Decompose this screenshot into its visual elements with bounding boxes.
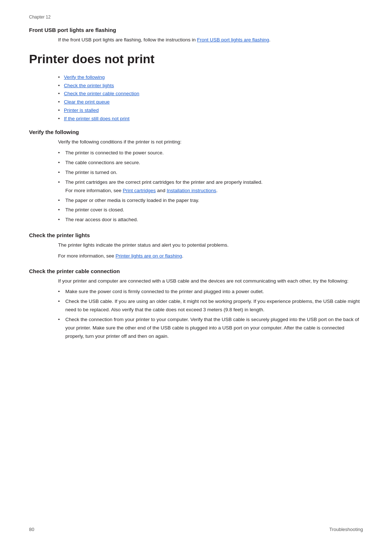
verify-bullet-3: The printer is turned on. xyxy=(58,169,363,177)
toc-item-6: If the printer still does not print xyxy=(58,115,363,123)
cable-bullets: Make sure the power cord is firmly conne… xyxy=(58,288,363,341)
verify-bullet-5: The paper or other media is correctly lo… xyxy=(58,196,363,205)
cartridge-info-mid: and xyxy=(156,188,167,193)
verify-bullet-7: The rear access door is attached. xyxy=(58,216,363,224)
toc-link-1[interactable]: Verify the following xyxy=(64,74,105,80)
footer-page-number: 80 xyxy=(29,527,34,532)
cable-bullet-3: Check the connection from your printer t… xyxy=(58,316,363,341)
verify-bullets-1: The printer is connected to the power so… xyxy=(58,149,363,224)
print-cartridges-link[interactable]: Print cartridges xyxy=(123,188,156,193)
verify-bullet-1: The printer is connected to the power so… xyxy=(58,149,363,157)
cartridge-info-end: . xyxy=(216,188,218,193)
verify-intro: Verify the following conditions if the p… xyxy=(58,138,363,146)
toc-item-1: Verify the following xyxy=(58,73,363,82)
main-heading: Printer does not print xyxy=(29,52,363,66)
toc-item-2: Check the printer lights xyxy=(58,82,363,90)
verify-heading: Verify the following xyxy=(29,129,363,135)
verify-bullet-4: The print cartridges are the correct pri… xyxy=(58,178,363,195)
installation-instructions-link[interactable]: Installation instructions xyxy=(167,188,216,193)
cable-section: Check the printer cable connection If yo… xyxy=(29,268,363,341)
toc-link-2[interactable]: Check the printer lights xyxy=(64,83,114,88)
front-usb-body-end: . xyxy=(269,37,271,42)
toc-link-3[interactable]: Check the printer cable connection xyxy=(64,91,139,96)
front-usb-body-text: If the front USB port lights are flashin… xyxy=(58,37,197,42)
cable-intro: If your printer and computer are connect… xyxy=(58,277,363,285)
toc-item-5: Printer is stalled xyxy=(58,106,363,115)
verify-section: Verify the following Verify the followin… xyxy=(29,129,363,224)
printer-lights-body2-prefix: For more information, see xyxy=(58,253,115,259)
chapter-label: Chapter 12 xyxy=(29,15,363,20)
cable-bullet-1: Make sure the power cord is firmly conne… xyxy=(58,288,363,296)
printer-lights-link[interactable]: Printer lights are on or flashing xyxy=(115,253,182,259)
printer-lights-body2-end: . xyxy=(182,253,183,259)
printer-lights-section: Check the printer lights The printer lig… xyxy=(29,232,363,260)
front-usb-link[interactable]: Front USB port lights are flashing xyxy=(197,37,269,42)
toc-link-6[interactable]: If the printer still does not print xyxy=(64,116,130,121)
toc-item-4: Clear the print queue xyxy=(58,98,363,106)
toc-link-5[interactable]: Printer is stalled xyxy=(64,108,99,113)
verify-bullet-2: The cable connections are secure. xyxy=(58,159,363,167)
front-usb-section: Front USB port lights are flashing If th… xyxy=(29,27,363,44)
toc-item-3: Check the printer cable connection xyxy=(58,90,363,98)
front-usb-heading: Front USB port lights are flashing xyxy=(29,27,363,33)
toc-link-4[interactable]: Clear the print queue xyxy=(64,99,110,105)
toc-list: Verify the following Check the printer l… xyxy=(58,73,363,123)
printer-lights-body1: The printer lights indicate the printer … xyxy=(58,241,363,249)
cable-heading: Check the printer cable connection xyxy=(29,268,363,274)
printer-lights-body2: For more information, see Printer lights… xyxy=(58,252,363,260)
printer-lights-heading: Check the printer lights xyxy=(29,232,363,238)
cable-bullet-2: Check the USB cable. If you are using an… xyxy=(58,297,363,314)
verify-bullet-6: The printer cover is closed. xyxy=(58,206,363,214)
footer: 80 Troubleshooting xyxy=(29,527,363,532)
cartridge-info-prefix: For more information, see xyxy=(65,188,123,193)
front-usb-body: If the front USB port lights are flashin… xyxy=(58,36,363,44)
verify-bullet-4-text: The print cartridges are the correct pri… xyxy=(65,179,262,185)
footer-section: Troubleshooting xyxy=(329,527,363,532)
